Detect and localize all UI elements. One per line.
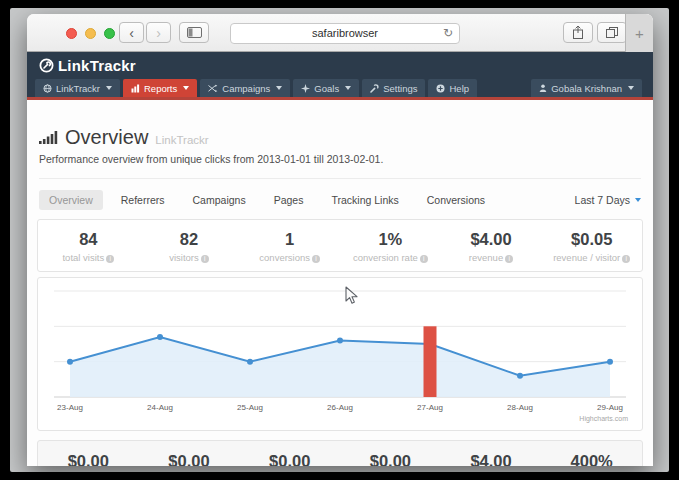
stat-label: total visits [38,252,139,263]
stat-value: $0.00 [38,452,139,466]
nav-label: LinkTrackr [56,83,100,94]
svg-text:27-Aug: 27-Aug [417,403,443,412]
address-text: safaribrowser [312,27,378,39]
app-navbar: LinkTrackr Reports Campaigns [27,79,653,100]
browser-toolbar: ‹ › safaribrowser ↻ [27,14,653,52]
mouse-cursor [345,286,358,309]
sidebar-icon [187,27,202,38]
tabs-overview-icon [605,26,619,39]
nav-item-linktrackr[interactable]: LinkTrackr [35,79,120,97]
tab-pages[interactable]: Pages [264,190,314,210]
user-menu[interactable]: Gobala Krishnan [531,79,642,97]
stat-cost-day: $0.00 cost / day [239,452,340,466]
info-icon[interactable] [106,255,114,263]
user-name: Gobala Krishnan [551,83,622,94]
goal-star-icon [301,84,310,93]
reload-icon[interactable]: ↻ [443,26,453,40]
stat-value: $0.00 [139,452,240,466]
nav-label: Help [449,83,469,94]
area-chart: 23-Aug24-Aug25-Aug26-Aug27-Aug28-Aug29-A… [38,278,642,430]
globe-icon [43,84,52,93]
chart-icon [131,84,140,93]
stats-row-top: 84 total visits 82 visitors 1 conversion… [37,219,643,272]
page-subtitle: Performance overview from unique clicks … [39,153,641,165]
sidebar-toggle-button[interactable] [179,22,209,43]
tab-referrers[interactable]: Referrers [111,190,175,210]
stat-value: 1 [239,230,340,249]
stat-label: revenue / visitor [541,252,642,263]
stat-value: $4.00 [441,230,542,249]
info-icon[interactable] [505,255,513,263]
stat-visitors: 82 visitors [139,230,240,263]
stat-conversions: 1 conversions [239,230,340,263]
date-range-dropdown[interactable]: Last 7 Days [575,194,641,206]
address-bar[interactable]: safaribrowser ↻ [230,23,460,44]
close-window-button[interactable] [66,28,77,39]
nav-item-campaigns[interactable]: Campaigns [200,79,290,97]
stat-profit: $4.00 profit [441,452,542,466]
chevron-down-icon [345,86,351,90]
chevron-down-icon [628,86,634,90]
page-head: Overview LinkTrackr Performance overview… [37,100,643,179]
nav-item-reports[interactable]: Reports [123,79,197,97]
show-all-tabs-button[interactable] [597,22,627,43]
app-header: LinkTrackr [27,52,653,79]
info-icon[interactable] [201,255,209,263]
nav-item-goals[interactable]: Goals [293,79,359,97]
svg-text:29-Aug: 29-Aug [597,403,623,412]
stats-row-bottom: $0.00 total cost $0.00 cost / visit $0.0… [37,440,643,466]
info-icon[interactable] [420,255,428,263]
date-range-label: Last 7 Days [575,194,630,206]
nav-label: Reports [144,83,177,94]
stat-roi: 400% roi [541,452,642,466]
stat-cpa: $0.00 cpa [340,452,441,466]
nav-label: Goals [314,83,339,94]
chevron-down-icon [183,86,189,90]
linktrackr-logo[interactable]: LinkTrackr [39,57,136,74]
user-icon [539,84,547,92]
stat-value: $4.00 [441,452,542,466]
tab-campaigns[interactable]: Campaigns [183,190,256,210]
new-tab-button[interactable]: + [625,14,653,52]
svg-text:Highcharts.com: Highcharts.com [579,415,628,423]
stat-revenue-visitor: $0.05 revenue / visitor [541,230,642,263]
nav-label: Settings [383,83,417,94]
info-icon[interactable] [312,255,320,263]
page-title: Overview [65,126,148,149]
tab-conversions[interactable]: Conversions [417,190,495,210]
stat-value: $0.00 [239,452,340,466]
stat-value: $0.00 [340,452,441,466]
stat-cost-visit: $0.00 cost / visit [139,452,240,466]
svg-text:28-Aug: 28-Aug [507,403,533,412]
share-button[interactable] [563,22,593,43]
page-title-suffix: LinkTrackr [155,134,208,146]
chevron-down-icon [635,198,641,202]
minimize-window-button[interactable] [85,28,96,39]
nav-item-help[interactable]: Help [428,79,477,97]
svg-text:23-Aug: 23-Aug [57,403,83,412]
chevron-down-icon [276,86,282,90]
stat-value: 84 [38,230,139,249]
tab-tracking-links[interactable]: Tracking Links [321,190,408,210]
back-button[interactable]: ‹ [119,22,144,43]
share-icon [572,25,584,40]
logo-text: LinkTrackr [58,57,136,74]
stat-label: revenue [441,252,542,263]
shuffle-icon [208,84,218,93]
help-icon [436,84,445,93]
report-tabs: Overview Referrers Campaigns Pages Track… [37,190,643,210]
divider [39,178,641,179]
nav-label: Campaigns [222,83,270,94]
forward-button[interactable]: › [146,22,171,43]
svg-text:24-Aug: 24-Aug [147,403,173,412]
info-icon[interactable] [622,255,630,263]
stat-revenue: $4.00 revenue [441,230,542,263]
linktrackr-logo-icon [39,58,54,73]
stat-value: 1% [340,230,441,249]
stat-label: visitors [139,252,240,263]
nav-item-settings[interactable]: Settings [362,79,425,97]
tab-overview[interactable]: Overview [39,190,103,210]
stat-label: conversions [239,252,340,263]
zoom-window-button[interactable] [104,28,115,39]
svg-text:25-Aug: 25-Aug [237,403,263,412]
